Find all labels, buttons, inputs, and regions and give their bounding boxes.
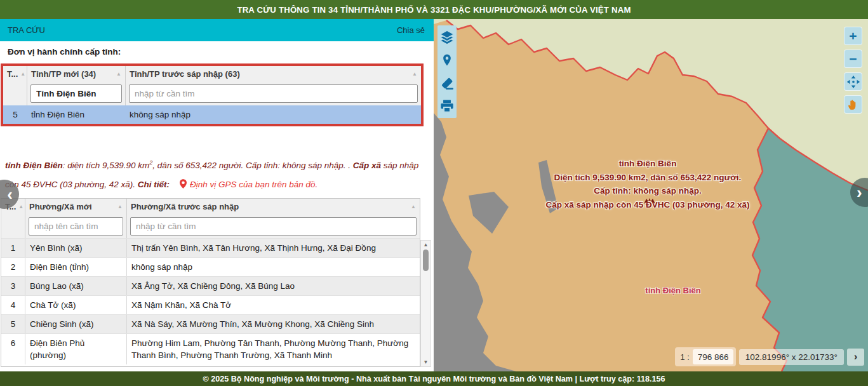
row-number: 6 [1, 334, 25, 364]
new-province-cell: tỉnh Điện Biên [27, 110, 126, 119]
new-ward-cell: Búng Lao (xã) [25, 277, 127, 295]
sort-asc-icon: ▲ [16, 204, 23, 210]
hand-icon [846, 98, 860, 111]
hand-pan-button[interactable] [844, 95, 862, 114]
ward-table-scrollbar[interactable]: ▲ ▼ [420, 240, 431, 367]
scroll-down-icon[interactable]: ▼ [421, 359, 431, 365]
sort-asc-icon: ▲ [408, 204, 416, 210]
panel-title: TRA CỨU [8, 25, 45, 35]
table-row[interactable]: 5 Chiềng Sinh (xã) Xã Nà Sáy, Xã Mường T… [1, 314, 420, 333]
old-ward-cell: không sáp nhập [127, 258, 420, 276]
sort-asc-icon: ▲ [115, 204, 123, 210]
column-header-old-ward[interactable]: Phường/Xã trước sáp nhập ▲ [127, 199, 420, 215]
old-ward-cell: Phường Him Lam, Phường Tân Thanh, Phường… [127, 334, 420, 364]
old-ward-cell: Xã Nậm Khăn, Xã Chà Tở [127, 296, 420, 314]
scale-prefix: 1 : [680, 352, 689, 362]
summary-province-name: tỉnh Điện Biên [5, 161, 63, 170]
province-rows: 5 tỉnh Điện Biên không sáp nhập [3, 105, 421, 124]
chevron-right-icon: › [854, 350, 858, 363]
new-ward-cell: Chiềng Sinh (xã) [25, 315, 127, 333]
new-ward-cell: Điện Biên (tỉnh) [25, 258, 127, 276]
layers-icon[interactable] [439, 30, 455, 45]
new-ward-cell: Yên Bình (xã) [25, 239, 127, 257]
eraser-icon[interactable] [439, 76, 455, 91]
marker-icon[interactable] [439, 53, 455, 68]
column-header-old-province[interactable]: Tỉnh/TP trước sáp nhập (63) ▲ [126, 66, 421, 82]
new-ward-cell: Chà Tở (xã) [25, 296, 127, 314]
map-zoom-controls: + − [844, 27, 863, 114]
column-header-no[interactable]: T... ▲ [3, 66, 27, 82]
table-row[interactable]: 3 Búng Lao (xã) Xã Ẳng Tở, Xã Chiềng Đôn… [1, 276, 420, 295]
gps-locate-link[interactable]: Định vị GPS của bạn trên bản đồ. [190, 180, 317, 189]
page: TRA CỨU THÔNG TIN 34 TỈNH/THÀNH PHỐ VÀ 3… [0, 0, 868, 386]
app-title: TRA CỨU THÔNG TIN 34 TỈNH/THÀNH PHỐ VÀ 3… [237, 5, 631, 15]
map-panel: + − tỉnh Điện Biên Diện tích 9,539. [434, 19, 868, 371]
scale-widget: 1 : 102.81996° x 22.01733° › [675, 347, 864, 366]
table-row[interactable]: 2 Điện Biên (tỉnh) không sáp nhập [1, 257, 420, 276]
plus-icon: + [849, 29, 857, 44]
table-row[interactable]: 4 Chà Tở (xã) Xã Nậm Khăn, Xã Chà Tở [1, 295, 420, 314]
row-number: 5 [3, 110, 27, 119]
scale-input[interactable] [693, 349, 733, 364]
app-header: TRA CỨU THÔNG TIN 34 TỈNH/THÀNH PHỐ VÀ 3… [0, 0, 868, 19]
ward-old-filter-input[interactable] [130, 217, 417, 236]
minus-icon: − [849, 51, 857, 67]
coordinates-readout: 102.81996° x 22.01733° [739, 349, 844, 365]
province-summary: tỉnh Điện Biên: diện tích 9,539.90 km2, … [5, 153, 429, 196]
printer-icon[interactable] [439, 98, 455, 114]
zoom-in-button[interactable]: + [844, 27, 862, 45]
table-row[interactable]: 6 Điện Biên Phủ (phường) Phường Him Lam,… [1, 333, 420, 364]
sort-asc-icon: ▲ [114, 71, 121, 77]
filter-cell-empty [1, 215, 25, 238]
old-ward-cell: Xã Nà Sáy, Xã Mường Thín, Xã Mường Khong… [127, 315, 420, 333]
scroll-up-icon[interactable]: ▲ [421, 242, 431, 248]
table-row-selected[interactable]: 5 tỉnh Điện Biên không sáp nhập [3, 105, 421, 124]
map-marker-icon [644, 195, 655, 206]
column-header-new-province[interactable]: Tỉnh/TP mới (34) ▲ [27, 66, 126, 82]
move-arrows-icon [846, 75, 860, 89]
old-ward-cell: Thị trấn Yên Bình, Xã Tân Hương, Xã Thịn… [127, 239, 420, 257]
chevron-left-icon: ‹ [7, 185, 13, 204]
province-table-header: T... ▲ Tỉnh/TP mới (34) ▲ Tỉnh/TP trước … [3, 66, 421, 82]
app-footer: © 2025 Bộ Nông nghiệp và Môi trường - Nh… [0, 371, 868, 386]
table-row[interactable]: 1 Yên Bình (xã) Thị trấn Yên Bình, Xã Tâ… [1, 238, 420, 257]
old-ward-cell: Xã Ẳng Tở, Xã Chiềng Đông, Xã Búng Lao [127, 277, 420, 295]
share-button[interactable]: Chia sẻ [397, 25, 425, 35]
column-header-new-ward[interactable]: Phường/Xã mới ▲ [25, 199, 127, 215]
section-label: Đơn vị hành chính cấp tỉnh: [8, 47, 121, 57]
province-map-label: tỉnh Điện Biên [645, 286, 700, 295]
row-number: 4 [1, 296, 25, 314]
ward-table: T... ▲ Phường/Xã mới ▲ Phường/Xã trước s… [1, 198, 420, 367]
province-old-filter-input[interactable] [129, 84, 418, 103]
ward-table-header: T... ▲ Phường/Xã mới ▲ Phường/Xã trước s… [1, 199, 420, 215]
ward-rows: 1 Yên Bình (xã) Thị trấn Yên Bình, Xã Tâ… [1, 238, 420, 364]
province-new-filter-input[interactable] [30, 84, 122, 103]
province-filter-row [3, 82, 421, 105]
chevron-right-icon: › [857, 183, 862, 203]
row-number: 3 [1, 277, 25, 295]
row-number: 2 [1, 258, 25, 276]
ward-filter-row [1, 215, 420, 238]
gps-pin-icon [180, 176, 187, 196]
filter-cell-empty [3, 82, 27, 105]
ward-new-filter-input[interactable] [29, 217, 123, 236]
row-number: 5 [1, 315, 25, 333]
panel-toolbar: TRA CỨU Chia sẻ [0, 19, 434, 41]
scrollbar-thumb[interactable] [423, 250, 429, 271]
lookup-panel: TRA CỨU Chia sẻ Đơn vị hành chính cấp tỉ… [0, 19, 434, 371]
sort-asc-icon: ▲ [410, 71, 417, 77]
row-number: 1 [1, 239, 25, 257]
map-toolbar [437, 25, 457, 118]
pan-button[interactable] [844, 72, 862, 91]
province-table: T... ▲ Tỉnh/TP mới (34) ▲ Tỉnh/TP trước … [1, 63, 424, 126]
footer-text: © 2025 Bộ Nông nghiệp và Môi trường - Nh… [203, 375, 665, 383]
zoom-out-button[interactable]: − [844, 50, 862, 68]
sort-asc-icon: ▲ [18, 71, 25, 77]
scale-expand-button[interactable]: › [847, 349, 864, 366]
new-ward-cell: Điện Biên Phủ (phường) [25, 334, 127, 364]
old-province-cell: không sáp nhập [126, 110, 421, 119]
